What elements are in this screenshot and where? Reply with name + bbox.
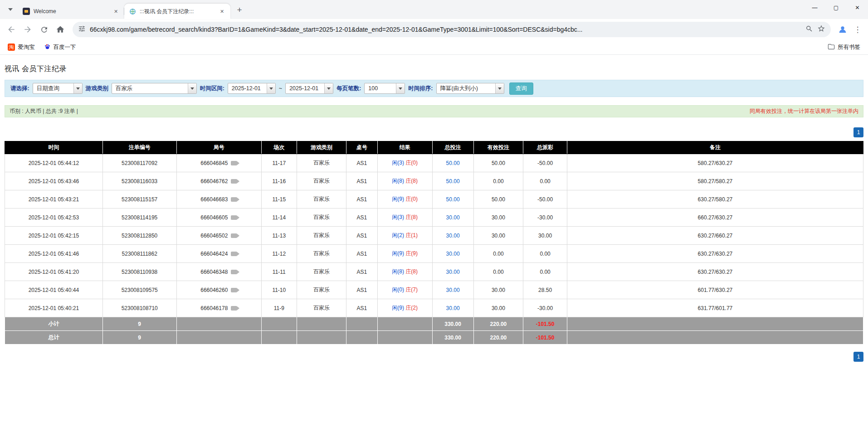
column-header: 结果 <box>377 141 432 154</box>
remark-cell: 601.77/630.27 <box>567 281 863 299</box>
bet-table-foot: 小计9330.00220.00-101.50总计9330.00220.00-10… <box>5 317 863 345</box>
video-replay-icon[interactable] <box>231 252 237 256</box>
round-cell: 666046605 <box>176 209 261 227</box>
all-bookmarks[interactable]: 所有书签 <box>824 41 863 53</box>
table-no-cell: AS1 <box>346 245 377 263</box>
game-type-cell: 百家乐 <box>297 281 346 299</box>
payout-cell: -50.00 <box>523 190 567 209</box>
time-cell: 2025-12-01 05:44:12 <box>5 154 103 172</box>
video-replay-icon[interactable] <box>231 288 237 292</box>
home-button[interactable] <box>53 22 68 37</box>
forward-button[interactable] <box>20 22 35 37</box>
video-replay-icon[interactable] <box>231 161 237 165</box>
total-bet-link[interactable]: 30.00 <box>446 287 460 293</box>
url-text: 66cxkj98.com/game/betrecord_search/kind3… <box>90 26 801 33</box>
dropdown-arrow-icon[interactable] <box>188 83 196 93</box>
total-bet-link[interactable]: 30.00 <box>446 269 460 275</box>
game-type-cell: 百家乐 <box>297 190 346 209</box>
bet-row: 2025-12-01 05:41:20523008110938666046348… <box>5 263 863 281</box>
query-type-label: 请选择: <box>10 85 29 92</box>
round-cell: 666046348 <box>176 263 261 281</box>
close-window-button[interactable]: ✕ <box>847 0 868 15</box>
player-result: 闲(3) <box>392 214 404 220</box>
sort-order-label: 时间排序: <box>408 85 433 92</box>
minimize-button[interactable]: — <box>804 0 825 15</box>
dropdown-arrow-icon[interactable] <box>73 83 82 93</box>
round-cell: 666046424 <box>176 245 261 263</box>
total-bet-link[interactable]: 50.00 <box>446 196 460 203</box>
banker-result: 庄(1) <box>405 232 418 238</box>
game-type-cell: 百家乐 <box>297 209 346 227</box>
tab-close-icon[interactable]: ✕ <box>218 8 226 15</box>
maximize-button[interactable]: ▢ <box>825 0 847 15</box>
total-bet-link[interactable]: 30.00 <box>446 214 460 221</box>
video-replay-icon[interactable] <box>231 233 237 238</box>
total-bet-cell: 30.00 <box>432 245 473 263</box>
column-header: 注单编号 <box>102 141 176 154</box>
footer-label: 总计 <box>5 331 103 345</box>
column-header: 有效投注 <box>473 141 523 154</box>
bookmark-baidu[interactable]: 百度一下 <box>41 41 79 53</box>
date-end-select[interactable]: 2025-12-01 <box>285 83 333 94</box>
game-type-select[interactable]: 百家乐 <box>112 83 197 94</box>
total-bet-link[interactable]: 30.00 <box>446 233 460 239</box>
tab-close-icon[interactable]: ✕ <box>112 8 120 15</box>
menu-icon[interactable]: ⋮ <box>851 22 864 37</box>
query-type-select[interactable]: 日期查询 <box>33 83 83 94</box>
result-cell: 闲(3) 庄(0) <box>377 154 432 172</box>
bet-id-cell: 523008115157 <box>102 190 176 209</box>
total-bet-link[interactable]: 50.00 <box>446 178 460 184</box>
video-replay-icon[interactable] <box>231 197 237 202</box>
table-no-cell: AS1 <box>346 154 377 172</box>
banker-result: 庄(8) <box>405 268 418 275</box>
video-replay-icon[interactable] <box>231 179 237 184</box>
page-number-button[interactable]: 1 <box>853 352 863 362</box>
valid-bet-cell: 30.00 <box>473 281 523 299</box>
video-replay-icon[interactable] <box>231 270 237 274</box>
date-start-select[interactable]: 2025-12-01 <box>228 83 276 94</box>
tab-strip: Welcome ✕ :::视讯 会员下注纪录::: ✕ + — ▢ ✕ <box>0 0 868 19</box>
back-button[interactable] <box>4 22 19 37</box>
total-bet-link[interactable]: 30.00 <box>446 251 460 257</box>
globe-favicon <box>129 8 136 15</box>
page-number-button[interactable]: 1 <box>853 127 863 137</box>
session-cell: 11-10 <box>262 281 297 299</box>
page-size-select[interactable]: 100 <box>364 83 405 94</box>
zoom-icon[interactable] <box>805 25 813 34</box>
column-header: 桌号 <box>346 141 377 154</box>
bet-table-body: 2025-12-01 05:44:12523008117092666046845… <box>5 154 863 317</box>
total-bet-link[interactable]: 30.00 <box>446 305 460 311</box>
tab-search-button[interactable] <box>4 3 17 16</box>
search-button[interactable]: 查询 <box>509 83 533 95</box>
total-bet-link[interactable]: 50.00 <box>446 160 460 166</box>
grand-total-row: 总计9330.00220.00-101.50 <box>5 331 863 345</box>
video-replay-icon[interactable] <box>231 306 237 311</box>
bookmark-star-icon[interactable] <box>817 24 825 34</box>
bookmark-taobao[interactable]: 淘 爱淘宝 <box>5 42 38 53</box>
dropdown-arrow-icon[interactable] <box>396 83 405 93</box>
result-cell: 闲(8) 庄(8) <box>377 263 432 281</box>
dropdown-arrow-icon[interactable] <box>495 83 504 93</box>
total-bet-cell: 30.00 <box>432 299 473 317</box>
tab-welcome[interactable]: Welcome ✕ <box>18 4 124 19</box>
sort-order-select[interactable]: 降冪(由大到小) <box>436 83 504 94</box>
valid-bet-cell: 50.00 <box>473 190 523 209</box>
dropdown-arrow-icon[interactable] <box>267 83 275 93</box>
address-bar[interactable]: 66cxkj98.com/game/betrecord_search/kind3… <box>73 22 831 37</box>
remark-cell: 630.27/630.27 <box>567 263 863 281</box>
tab-betrecord[interactable]: :::视讯 会员下注纪录::: ✕ <box>124 4 230 19</box>
profile-icon[interactable] <box>835 22 850 37</box>
bookmark-label: 百度一下 <box>54 44 76 51</box>
banker-result: 庄(9) <box>405 250 418 257</box>
site-info-icon[interactable] <box>78 25 86 34</box>
bet-row: 2025-12-01 05:44:12523008117092666046845… <box>5 154 863 172</box>
video-replay-icon[interactable] <box>231 215 237 220</box>
table-no-cell: AS1 <box>346 299 377 317</box>
valid-bet-cell: 50.00 <box>473 154 523 172</box>
banker-result: 庄(2) <box>405 305 418 311</box>
new-tab-button[interactable]: + <box>233 4 246 16</box>
player-result: 闲(9) <box>392 250 404 257</box>
dropdown-arrow-icon[interactable] <box>324 83 333 93</box>
remark-cell: 580.27/580.27 <box>567 172 863 190</box>
reload-button[interactable] <box>36 22 52 37</box>
